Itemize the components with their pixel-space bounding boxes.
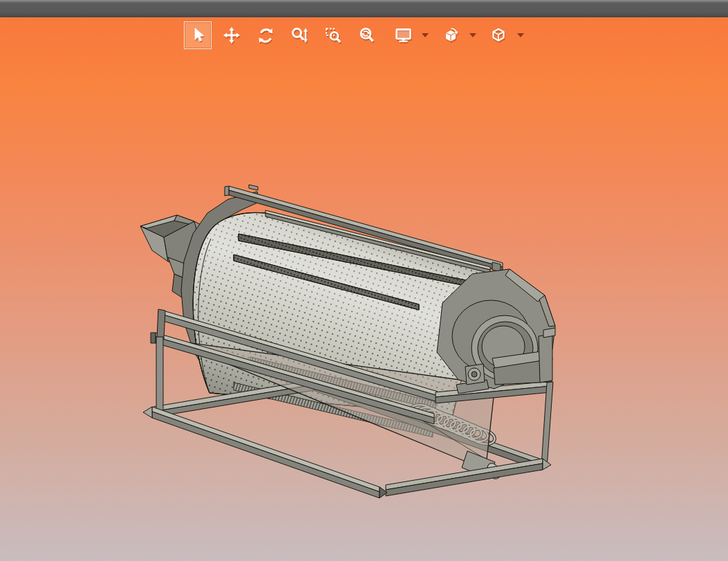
- view-toolbar: [184, 21, 524, 49]
- cube-icon: [489, 26, 508, 45]
- monitor-icon: [394, 26, 413, 45]
- fullscreen-dropdown-caret[interactable]: [422, 33, 429, 37]
- view-orientation-dropdown-caret[interactable]: [517, 33, 524, 37]
- fullscreen-group: [389, 21, 429, 49]
- zoom-area-tool-button[interactable]: [319, 21, 347, 49]
- fullscreen-button[interactable]: [389, 21, 417, 49]
- animate-group: [437, 21, 476, 49]
- zoom-area-icon: [324, 26, 343, 45]
- model-canvas: [0, 17, 728, 561]
- pan-arrows-icon: [223, 26, 241, 44]
- select-tool-button[interactable]: [184, 21, 212, 49]
- cube-arrow-icon: [442, 26, 460, 45]
- zoom-magnifier-icon: [290, 26, 309, 45]
- view-orientation-group: [485, 21, 524, 49]
- window-titlebar[interactable]: [0, 0, 728, 17]
- animate-button[interactable]: [437, 21, 465, 49]
- zoom-tool-button[interactable]: [286, 21, 313, 49]
- pan-tool-button[interactable]: [218, 21, 245, 49]
- animate-dropdown-caret[interactable]: [469, 33, 476, 37]
- edrawings-window: [0, 0, 728, 561]
- zoom-fit-icon: [358, 26, 377, 45]
- 3d-viewport[interactable]: [0, 17, 728, 561]
- view-orientation-button[interactable]: [485, 21, 512, 49]
- rotate-tool-button[interactable]: [252, 21, 279, 49]
- zoom-fit-tool-button[interactable]: [353, 21, 381, 49]
- rotate-orbit-icon: [256, 26, 275, 45]
- cursor-arrow-icon: [189, 26, 207, 44]
